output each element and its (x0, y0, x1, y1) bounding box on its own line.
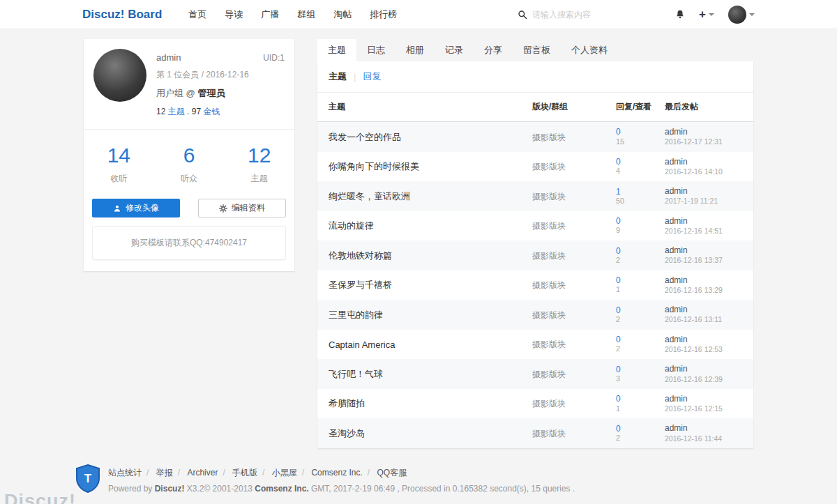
topic-title-link[interactable]: 圣保罗与千禧桥 (329, 280, 392, 290)
topics-link[interactable]: 主题 (168, 107, 185, 116)
footer-link-report[interactable]: 举报 (156, 468, 173, 478)
footer-link-stats[interactable]: 站点统计 (108, 468, 142, 478)
topic-title-link[interactable]: 伦敦地铁对称篇 (329, 250, 392, 261)
topic-title-link[interactable]: 我发一个空的作品 (329, 132, 401, 142)
nav-item-collections[interactable]: 淘帖 (333, 8, 352, 21)
quick-add-button[interactable]: + (699, 8, 714, 20)
topic-title-link[interactable]: 绚烂暖冬，童话欧洲 (329, 191, 410, 201)
topic-title-link[interactable]: 希腊随拍 (329, 398, 365, 408)
footer-copyright: Powered by Discuz! X3.2© 2001-2013 Comse… (108, 484, 837, 494)
last-post-author-link[interactable]: admin (665, 423, 748, 433)
last-post-date: 2016-12-16 12:53 (665, 345, 748, 354)
nav-item-home[interactable]: 首页 (188, 8, 206, 21)
user-group-line: 用户组 @ 管理员 (156, 87, 285, 100)
view-count: 2 (616, 315, 654, 324)
filter-threads[interactable]: 主题 (329, 70, 347, 83)
table-row: Captain America 摄影版块 0 2 admin 2016-12-1… (317, 330, 753, 360)
forum-link[interactable]: 摄影版块 (532, 339, 566, 349)
profile-actions: 修改头像 编辑资料 (84, 196, 294, 217)
forum-link[interactable]: 摄影版块 (532, 280, 566, 290)
table-row: 希腊随拍 摄影版块 0 1 admin 2016-12-16 12:15 (317, 389, 753, 419)
brand-logo[interactable]: Discuz! Board (82, 8, 162, 22)
topic-table-body: 我发一个空的作品 摄影版块 0 15 admin 2016-12-17 12:3… (317, 122, 753, 448)
topic-title-link[interactable]: 飞行吧！气球 (329, 369, 383, 379)
reply-count: 0 (616, 305, 654, 315)
tab-records[interactable]: 记录 (435, 39, 474, 61)
last-post-date: 2016-12-16 14:51 (665, 227, 748, 236)
view-count: 2 (616, 344, 654, 353)
view-count: 1 (616, 404, 654, 413)
nav-item-broadcast[interactable]: 广播 (261, 8, 279, 21)
forum-link[interactable]: 摄影版块 (532, 399, 566, 408)
topic-title-link[interactable]: 三里屯的韵律 (329, 310, 383, 320)
last-post-author-link[interactable]: admin (665, 275, 748, 285)
filter-replies-link[interactable]: 回复 (363, 70, 381, 83)
view-count: 1 (616, 285, 654, 294)
tab-wall[interactable]: 留言板 (513, 39, 561, 61)
change-avatar-button[interactable]: 修改头像 (92, 199, 180, 217)
profile-content: 主题 日志 相册 记录 分享 留言板 个人资料 主题 | 回复 主题 (317, 39, 753, 448)
tab-threads[interactable]: 主题 (317, 39, 356, 61)
profile-tabs: 主题 日志 相册 记录 分享 留言板 个人资料 (317, 39, 753, 61)
money-link[interactable]: 金钱 (203, 107, 220, 116)
forum-link[interactable]: 摄影版块 (532, 429, 566, 438)
topic-title-link[interactable]: 流动的旋律 (329, 220, 374, 231)
footer-link-qq[interactable]: QQ客服 (377, 468, 407, 478)
view-count: 3 (616, 374, 654, 383)
nav-item-guide[interactable]: 导读 (225, 8, 243, 21)
forum-link[interactable]: 摄影版块 (532, 221, 566, 231)
stat-followers[interactable]: 6 听众 (154, 144, 225, 185)
tab-blog[interactable]: 日志 (356, 39, 395, 61)
last-post-author-link[interactable]: admin (665, 186, 748, 196)
chevron-down-icon (709, 13, 714, 16)
user-menu-button[interactable] (728, 6, 755, 24)
search-box (518, 10, 637, 20)
reply-count: 0 (616, 335, 654, 344)
stat-topics[interactable]: 12 主题 (224, 144, 294, 185)
reply-count: 0 (616, 365, 654, 374)
footer-link-darkroom[interactable]: 小黑屋 (272, 468, 297, 478)
navbar-actions: + (675, 6, 755, 24)
forum-link[interactable]: 摄影版块 (532, 162, 566, 171)
last-post-author-link[interactable]: admin (665, 127, 748, 137)
notifications-button[interactable] (675, 9, 685, 20)
tab-shares[interactable]: 分享 (474, 39, 513, 61)
search-icon[interactable] (518, 10, 527, 20)
topic-title-link[interactable]: 你嘴角向下的时候很美 (329, 161, 419, 171)
tab-profile[interactable]: 个人资料 (561, 39, 618, 61)
forum-link[interactable]: 摄影版块 (532, 369, 566, 379)
topic-title-link[interactable]: 圣淘沙岛 (329, 428, 365, 438)
stat-following[interactable]: 14 收听 (84, 144, 154, 185)
footer-link-comsenz[interactable]: Comsenz Inc. (311, 468, 362, 478)
discuz-watermark: Discuz! (4, 491, 76, 504)
topic-title-link[interactable]: Captain America (329, 339, 395, 350)
search-input[interactable] (532, 10, 637, 20)
forum-link[interactable]: 摄影版块 (532, 192, 566, 201)
last-post-author-link[interactable]: admin (665, 394, 748, 404)
tab-album[interactable]: 相册 (395, 39, 435, 61)
last-post-author-link[interactable]: admin (665, 216, 748, 226)
header-replies-views: 回复/查看 (610, 93, 659, 122)
last-post-date: 2016-12-16 11:44 (665, 434, 748, 443)
nav-item-groups[interactable]: 群组 (297, 8, 315, 21)
forum-link[interactable]: 摄影版块 (532, 310, 566, 320)
profile-avatar[interactable] (93, 49, 146, 102)
edit-profile-button[interactable]: 编辑资料 (198, 199, 286, 217)
last-post-author-link[interactable]: admin (665, 305, 748, 314)
last-post-author-link[interactable]: admin (665, 157, 748, 167)
money-count: 97 (192, 107, 201, 116)
forum-link[interactable]: 摄影版块 (532, 251, 566, 261)
footer-link-mobile[interactable]: 手机版 (232, 468, 257, 478)
last-post-date: 2016-12-16 13:11 (665, 315, 748, 324)
last-post-date: 2017-1-19 11:21 (665, 197, 748, 206)
last-post-date: 2016-12-16 13:37 (665, 256, 748, 265)
last-post-author-link[interactable]: admin (665, 335, 748, 344)
last-post-author-link[interactable]: admin (665, 245, 748, 255)
table-row: 圣淘沙岛 摄影版块 0 2 admin 2016-12-16 11:44 (317, 418, 753, 448)
table-row: 圣保罗与千禧桥 摄影版块 0 1 admin 2016-12-16 13:29 (317, 270, 753, 300)
footer-link-archiver[interactable]: Archiver (187, 468, 218, 478)
nav-item-ranklist[interactable]: 排行榜 (370, 8, 397, 21)
person-icon (113, 204, 121, 213)
forum-link[interactable]: 摄影版块 (532, 132, 566, 142)
last-post-author-link[interactable]: admin (665, 364, 748, 374)
